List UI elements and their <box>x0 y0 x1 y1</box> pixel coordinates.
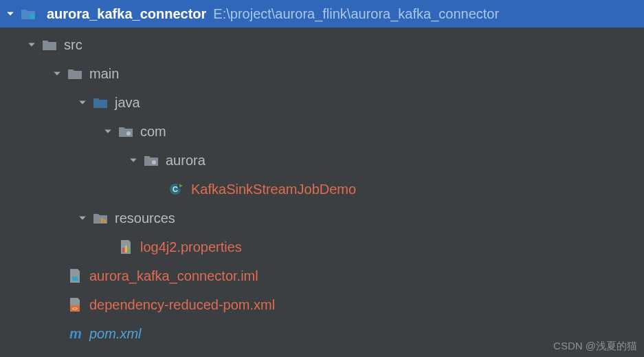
node-label: src <box>64 37 82 53</box>
folder-icon <box>66 66 84 81</box>
svg-text:m: m <box>69 326 82 341</box>
chevron-down-icon <box>76 96 89 109</box>
chevron-down-icon <box>25 39 38 51</box>
tree-node-pom[interactable]: m pom.xml <box>0 319 644 348</box>
node-label: resources <box>115 210 175 226</box>
tree-node-java[interactable]: java <box>0 88 644 117</box>
chevron-down-icon <box>76 212 89 224</box>
svg-rect-0 <box>29 14 34 19</box>
svg-rect-11 <box>72 277 78 281</box>
node-label: dependency-reduced-pom.xml <box>89 297 275 313</box>
chevron-down-icon <box>51 67 63 80</box>
tree-node-aurora[interactable]: aurora <box>0 146 644 175</box>
tree-node-dep-pom[interactable]: <> dependency-reduced-pom.xml <box>0 290 644 319</box>
watermark-text: CSDN @浅夏的猫 <box>553 340 637 353</box>
tree-node-class-kafka[interactable]: C KafkaSinkStreamJobDemo <box>0 175 644 204</box>
project-root-row[interactable]: aurora_kafka_connector E:\project\aurora… <box>0 0 644 28</box>
tree-node-main[interactable]: main <box>0 59 644 88</box>
node-label: aurora_kafka_connector.iml <box>89 268 258 284</box>
package-icon <box>142 153 160 168</box>
iml-file-icon <box>66 268 84 283</box>
node-label: java <box>115 95 140 111</box>
svg-rect-9 <box>125 246 127 252</box>
project-tree: src main java co <box>0 28 644 348</box>
node-label: main <box>89 66 119 82</box>
svg-rect-10 <box>128 249 130 252</box>
svg-text:C: C <box>173 185 178 193</box>
svg-rect-8 <box>122 248 124 252</box>
chevron-down-icon <box>4 8 16 20</box>
tree-node-iml[interactable]: aurora_kafka_connector.iml <box>0 261 644 290</box>
tree-node-resources[interactable]: resources <box>0 204 644 232</box>
chevron-down-icon <box>102 125 114 138</box>
project-root-name: aurora_kafka_connector <box>47 6 206 22</box>
java-class-runnable-icon: C <box>168 182 186 197</box>
tree-node-log4j2[interactable]: log4j2.properties <box>0 232 644 261</box>
node-label: aurora <box>166 153 206 169</box>
svg-text:<>: <> <box>72 306 78 311</box>
node-label: pom.xml <box>89 326 142 342</box>
package-icon <box>117 124 135 139</box>
svg-point-1 <box>126 131 131 136</box>
node-label: KafkaSinkStreamJobDemo <box>191 182 356 197</box>
svg-point-2 <box>152 160 156 164</box>
node-label: log4j2.properties <box>140 239 242 255</box>
tree-node-com[interactable]: com <box>0 117 644 146</box>
source-folder-icon <box>91 95 109 110</box>
svg-rect-7 <box>104 219 106 223</box>
tree-node-src[interactable]: src <box>0 30 644 59</box>
xml-file-icon: <> <box>66 297 84 312</box>
chevron-down-icon <box>127 154 140 166</box>
node-label: com <box>140 124 166 140</box>
module-folder-icon <box>19 6 37 21</box>
resources-folder-icon <box>91 210 109 226</box>
svg-rect-6 <box>101 218 103 223</box>
folder-icon <box>41 37 58 52</box>
project-root-path: E:\project\aurora_flink\aurora_kafka_con… <box>213 6 499 22</box>
properties-file-icon <box>117 239 135 255</box>
maven-file-icon: m <box>66 326 84 341</box>
